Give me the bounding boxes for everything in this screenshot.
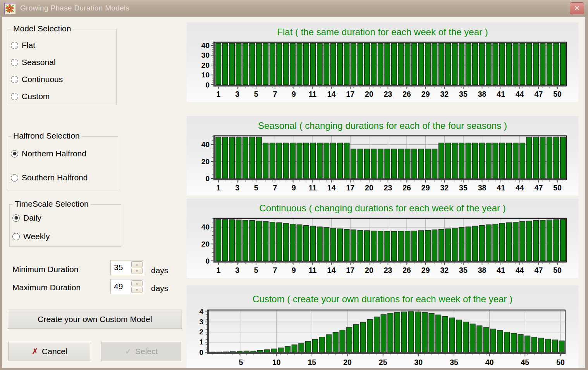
timescale-selection-title: TimeScale Selection <box>13 199 91 209</box>
maximum-duration-label: Maximum Duration <box>12 283 81 292</box>
svg-text:20: 20 <box>201 158 210 166</box>
svg-text:7: 7 <box>273 183 277 192</box>
svg-text:1: 1 <box>199 338 203 346</box>
svg-text:9: 9 <box>292 90 296 98</box>
svg-text:0: 0 <box>205 257 210 265</box>
halfrond-selection-title: Halfrond Selection <box>11 131 82 140</box>
radio-circle <box>11 174 18 182</box>
svg-text:50: 50 <box>553 90 562 98</box>
svg-text:3: 3 <box>199 318 203 326</box>
svg-text:11: 11 <box>309 183 317 192</box>
svg-text:5: 5 <box>254 183 258 192</box>
radio-custom[interactable]: Custom <box>11 91 50 101</box>
svg-text:30: 30 <box>414 358 423 367</box>
svg-text:38: 38 <box>478 90 487 98</box>
max-duration-down-button[interactable]: ▼ <box>131 287 143 293</box>
svg-text:1: 1 <box>217 266 221 274</box>
radio-seasonal[interactable]: Seasonal <box>11 57 56 67</box>
window-title: Growing Phase Duration Models <box>20 4 129 12</box>
radio-northern-halfrond[interactable]: Northern Halfrond <box>11 149 86 159</box>
svg-text:30: 30 <box>201 51 210 59</box>
minimum-duration-label: Minimum Duration <box>12 265 78 274</box>
svg-text:14: 14 <box>327 90 336 98</box>
svg-text:2: 2 <box>199 328 203 336</box>
svg-text:17: 17 <box>346 266 354 274</box>
continuous-chart: 02040135791114172023262932353841444750 <box>187 199 578 278</box>
svg-text:23: 23 <box>384 266 392 274</box>
max-duration-up-button[interactable]: ▲ <box>131 280 143 286</box>
radio-label: Daily <box>23 213 41 223</box>
svg-text:35: 35 <box>450 358 458 367</box>
titlebar: Growing Phase Duration Models ✕ <box>0 0 588 17</box>
close-button[interactable]: ✕ <box>570 2 584 14</box>
chart-panel-seasonal: Seasonal ( changing durations for each o… <box>187 116 578 195</box>
svg-text:40: 40 <box>201 140 210 149</box>
min-duration-input[interactable]: 35 <box>114 263 123 272</box>
cancel-label: Cancel <box>42 347 67 356</box>
bars <box>216 43 566 85</box>
chart-panel-continuous: Continuous ( changing durations for each… <box>187 199 578 278</box>
svg-text:3: 3 <box>235 183 239 192</box>
min-duration-up-button[interactable]: ▲ <box>131 261 143 267</box>
radio-circle <box>12 214 20 222</box>
svg-text:41: 41 <box>497 266 505 274</box>
radio-circle <box>12 233 20 240</box>
window-border-left <box>0 17 2 370</box>
cancel-x-icon: ✗ <box>32 347 39 356</box>
svg-text:41: 41 <box>497 90 505 98</box>
svg-text:41: 41 <box>497 183 505 192</box>
svg-text:10: 10 <box>272 358 281 367</box>
svg-text:0: 0 <box>205 81 210 89</box>
radio-circle <box>11 59 18 66</box>
svg-text:15: 15 <box>308 358 316 367</box>
svg-text:20: 20 <box>365 266 373 274</box>
chart-panel-custom: Custom ( create your own durations for e… <box>187 285 578 368</box>
svg-text:26: 26 <box>402 90 411 98</box>
radio-label: Southern Halfrond <box>22 173 88 182</box>
radio-weekly[interactable]: Weekly <box>12 231 50 242</box>
svg-text:7: 7 <box>273 266 277 274</box>
svg-text:20: 20 <box>343 358 352 367</box>
svg-text:29: 29 <box>421 266 430 274</box>
svg-text:14: 14 <box>327 183 336 192</box>
svg-text:40: 40 <box>485 358 494 367</box>
svg-text:38: 38 <box>478 183 487 192</box>
svg-text:4: 4 <box>199 308 203 316</box>
radio-flat[interactable]: Flat <box>11 40 35 50</box>
bars <box>216 137 566 178</box>
svg-text:5: 5 <box>254 266 258 274</box>
svg-text:20: 20 <box>365 90 373 98</box>
max-duration-input[interactable]: 49 <box>114 282 123 291</box>
svg-text:0: 0 <box>205 175 210 183</box>
radio-label: Continuous <box>22 75 63 84</box>
radio-label: Custom <box>22 92 50 101</box>
radio-southern-halfrond[interactable]: Southern Halfrond <box>11 173 88 183</box>
radio-daily[interactable]: Daily <box>12 213 41 223</box>
svg-text:32: 32 <box>440 183 449 192</box>
svg-text:9: 9 <box>292 183 296 192</box>
radio-circle <box>11 76 18 83</box>
max-duration-spinner: 49 ▲ ▼ <box>110 279 144 294</box>
svg-text:23: 23 <box>384 90 392 98</box>
close-icon: ✕ <box>574 4 579 12</box>
svg-text:32: 32 <box>440 90 449 98</box>
svg-text:35: 35 <box>459 266 468 274</box>
min-duration-down-button[interactable]: ▼ <box>131 268 143 274</box>
svg-text:35: 35 <box>459 183 468 192</box>
svg-text:20: 20 <box>365 183 373 192</box>
svg-text:10: 10 <box>201 71 210 79</box>
create-custom-model-label: Create your own Custom Model <box>38 315 152 324</box>
create-custom-model-button[interactable]: Create your own Custom Model <box>8 310 182 329</box>
radio-continuous[interactable]: Continuous <box>11 74 63 84</box>
svg-text:0: 0 <box>199 348 203 356</box>
dialog-window: Growing Phase Duration Models ✕ Model Se… <box>0 0 588 370</box>
svg-text:38: 38 <box>478 266 487 274</box>
max-duration-unit: days <box>151 284 168 293</box>
svg-text:14: 14 <box>327 266 336 274</box>
select-check-icon: ✓ <box>125 347 132 356</box>
cancel-button[interactable]: ✗ Cancel <box>9 342 90 361</box>
svg-text:50: 50 <box>553 266 562 274</box>
svg-text:50: 50 <box>556 358 565 367</box>
select-button[interactable]: ✓ Select <box>101 342 181 361</box>
radio-circle <box>11 42 18 49</box>
